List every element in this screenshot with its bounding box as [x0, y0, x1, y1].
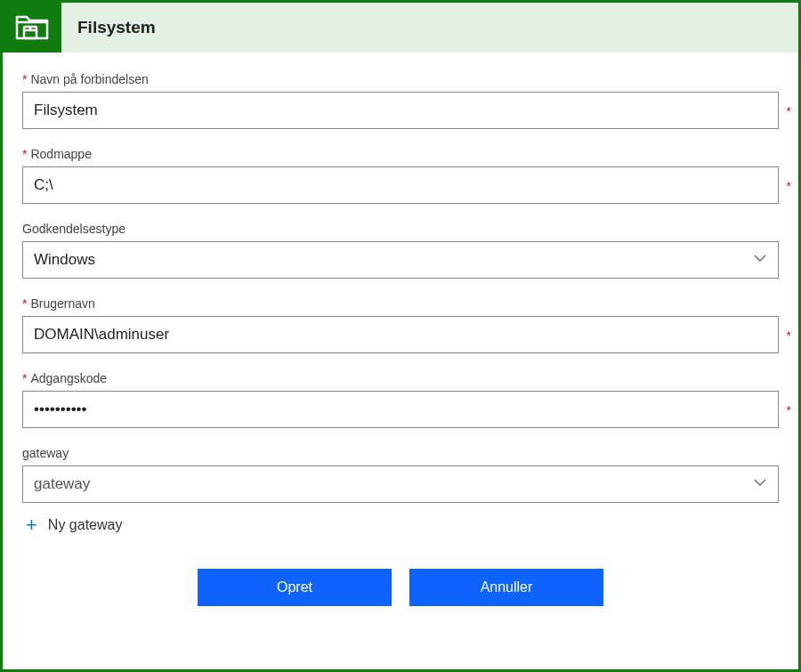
dialog-window: Filsystem *Navn på forbindelsen * *Rodma… — [0, 0, 801, 672]
field-root-folder: *Rodmappe * — [22, 147, 779, 204]
cancel-button[interactable]: Annuller — [409, 569, 603, 606]
dialog-header: Filsystem — [3, 3, 798, 53]
plus-icon: + — [26, 514, 37, 537]
root-folder-input[interactable] — [22, 166, 779, 204]
required-marker: * — [787, 328, 791, 343]
root-folder-label: *Rodmappe — [22, 147, 779, 161]
auth-type-label: Godkendelsestype — [22, 222, 779, 236]
field-username: *Brugernavn * — [22, 296, 779, 353]
field-password: *Adgangskode * — [22, 371, 779, 428]
dialog-title: Filsystem — [61, 18, 156, 37]
filesystem-icon — [3, 3, 61, 53]
required-marker: * — [787, 179, 791, 193]
connection-name-input[interactable] — [22, 92, 779, 129]
create-button[interactable]: Opret — [198, 569, 392, 606]
button-row: Opret Annuller — [22, 544, 779, 615]
username-input[interactable] — [22, 316, 779, 353]
field-auth-type: Godkendelsestype Windows — [22, 222, 779, 279]
password-input[interactable] — [22, 391, 779, 428]
required-marker: * — [787, 104, 791, 118]
gateway-label: gateway — [22, 446, 779, 460]
password-label: *Adgangskode — [22, 371, 779, 385]
new-gateway-link[interactable]: + Ny gateway — [22, 514, 779, 537]
form-area: *Navn på forbindelsen * *Rodmappe * — [3, 53, 798, 669]
gateway-select[interactable]: gateway — [22, 466, 779, 503]
username-label: *Brugernavn — [22, 296, 779, 311]
auth-type-select[interactable]: Windows — [22, 241, 779, 279]
new-gateway-label: Ny gateway — [48, 517, 123, 533]
connection-name-label: *Navn på forbindelsen — [22, 72, 779, 86]
required-marker: * — [787, 403, 791, 417]
field-gateway: gateway gateway + Ny gateway — [22, 446, 779, 537]
field-connection-name: *Navn på forbindelsen * — [22, 72, 779, 129]
